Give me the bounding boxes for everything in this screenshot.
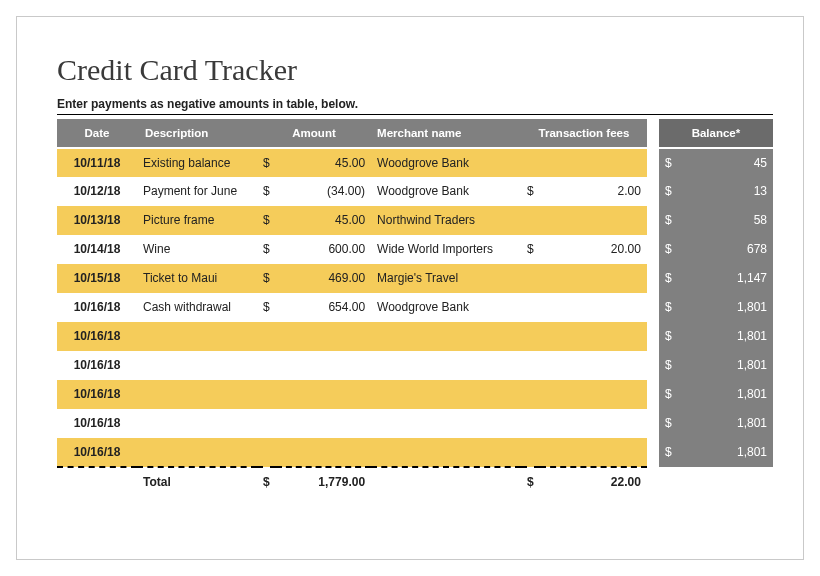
col-header-amount[interactable]: Amount (257, 119, 371, 148)
totals-row: Total $ 1,779.00 $ 22.00 (57, 467, 773, 496)
cell-fee-currency (521, 206, 540, 235)
gap (647, 438, 659, 467)
cell-merchant[interactable]: Woodgrove Bank (371, 148, 521, 177)
col-header-date[interactable]: Date (57, 119, 137, 148)
cell-fee[interactable] (540, 409, 647, 438)
cell-merchant[interactable]: Woodgrove Bank (371, 293, 521, 322)
cell-fee[interactable] (540, 293, 647, 322)
cell-description[interactable]: Wine (137, 235, 257, 264)
table-row: 10/16/18$1,801 (57, 438, 773, 467)
cell-merchant[interactable]: Woodgrove Bank (371, 177, 521, 206)
cell-amount-currency: $ (257, 264, 276, 293)
cell-balance[interactable]: 45 (678, 148, 773, 177)
cell-description[interactable] (137, 380, 257, 409)
cell-balance[interactable]: 1,801 (678, 409, 773, 438)
cell-merchant[interactable] (371, 351, 521, 380)
table-row: 10/16/18$1,801 (57, 351, 773, 380)
cell-merchant[interactable]: Northwind Traders (371, 206, 521, 235)
cell-amount[interactable]: 469.00 (276, 264, 371, 293)
cell-date[interactable]: 10/16/18 (57, 322, 137, 351)
cell-amount[interactable] (276, 380, 371, 409)
gap (647, 148, 659, 177)
cell-description[interactable]: Cash withdrawal (137, 293, 257, 322)
cell-fee-currency (521, 351, 540, 380)
cell-fee[interactable] (540, 148, 647, 177)
col-header-balance[interactable]: Balance* (659, 119, 773, 148)
cell-fee[interactable] (540, 380, 647, 409)
cell-merchant[interactable]: Margie's Travel (371, 264, 521, 293)
cell-amount[interactable] (276, 438, 371, 467)
table-row: 10/16/18$1,801 (57, 409, 773, 438)
cell-date[interactable]: 10/13/18 (57, 206, 137, 235)
table-row: 10/15/18Ticket to Maui$469.00Margie's Tr… (57, 264, 773, 293)
cell-balance[interactable]: 13 (678, 177, 773, 206)
cell-description[interactable] (137, 409, 257, 438)
cell-amount-currency (257, 438, 276, 467)
cell-description[interactable]: Picture frame (137, 206, 257, 235)
cell-amount[interactable]: 600.00 (276, 235, 371, 264)
cell-fee[interactable] (540, 438, 647, 467)
cell-amount[interactable]: 45.00 (276, 206, 371, 235)
cell-amount-currency (257, 351, 276, 380)
cell-balance[interactable]: 1,801 (678, 351, 773, 380)
cell-date[interactable]: 10/16/18 (57, 409, 137, 438)
cell-merchant[interactable] (371, 438, 521, 467)
table-row: 10/14/18Wine$600.00Wide World Importers$… (57, 235, 773, 264)
cell-fee[interactable]: 2.00 (540, 177, 647, 206)
table-row: 10/16/18Cash withdrawal$654.00Woodgrove … (57, 293, 773, 322)
cell-balance-currency: $ (659, 322, 678, 351)
cell-description[interactable]: Existing balance (137, 148, 257, 177)
cell-amount[interactable] (276, 322, 371, 351)
cell-fee[interactable]: 20.00 (540, 235, 647, 264)
cell-amount[interactable]: 45.00 (276, 148, 371, 177)
col-header-description[interactable]: Description (137, 119, 257, 148)
cell-balance[interactable]: 58 (678, 206, 773, 235)
cell-amount[interactable] (276, 351, 371, 380)
cell-amount[interactable]: 654.00 (276, 293, 371, 322)
cell-fee[interactable] (540, 322, 647, 351)
cell-date[interactable]: 10/12/18 (57, 177, 137, 206)
cell-balance[interactable]: 678 (678, 235, 773, 264)
totals-fee: 22.00 (540, 467, 647, 496)
cell-balance[interactable]: 1,801 (678, 438, 773, 467)
cell-merchant[interactable] (371, 322, 521, 351)
gap (647, 351, 659, 380)
cell-balance-currency: $ (659, 177, 678, 206)
cell-merchant[interactable]: Wide World Importers (371, 235, 521, 264)
cell-description[interactable] (137, 322, 257, 351)
cell-balance[interactable]: 1,801 (678, 293, 773, 322)
cell-date[interactable]: 10/16/18 (57, 293, 137, 322)
page-title: Credit Card Tracker (57, 53, 773, 87)
cell-merchant[interactable] (371, 380, 521, 409)
cell-balance-currency: $ (659, 409, 678, 438)
totals-amount-currency: $ (257, 467, 276, 496)
gap (647, 322, 659, 351)
cell-merchant[interactable] (371, 409, 521, 438)
cell-fee[interactable] (540, 206, 647, 235)
cell-fee[interactable] (540, 264, 647, 293)
gap (647, 380, 659, 409)
cell-amount-currency: $ (257, 206, 276, 235)
cell-balance-currency: $ (659, 438, 678, 467)
col-header-fees[interactable]: Transaction fees (521, 119, 647, 148)
cell-balance[interactable]: 1,147 (678, 264, 773, 293)
cell-balance[interactable]: 1,801 (678, 322, 773, 351)
cell-fee[interactable] (540, 351, 647, 380)
cell-date[interactable]: 10/16/18 (57, 438, 137, 467)
cell-balance[interactable]: 1,801 (678, 380, 773, 409)
cell-description[interactable]: Payment for June (137, 177, 257, 206)
cell-fee-currency (521, 438, 540, 467)
cell-date[interactable]: 10/15/18 (57, 264, 137, 293)
cell-description[interactable] (137, 438, 257, 467)
cell-amount[interactable] (276, 409, 371, 438)
cell-balance-currency: $ (659, 264, 678, 293)
col-header-merchant[interactable]: Merchant name (371, 119, 521, 148)
cell-date[interactable]: 10/16/18 (57, 380, 137, 409)
cell-date[interactable]: 10/11/18 (57, 148, 137, 177)
cell-date[interactable]: 10/14/18 (57, 235, 137, 264)
cell-amount-currency (257, 380, 276, 409)
cell-description[interactable] (137, 351, 257, 380)
cell-date[interactable]: 10/16/18 (57, 351, 137, 380)
cell-amount[interactable]: (34.00) (276, 177, 371, 206)
cell-description[interactable]: Ticket to Maui (137, 264, 257, 293)
